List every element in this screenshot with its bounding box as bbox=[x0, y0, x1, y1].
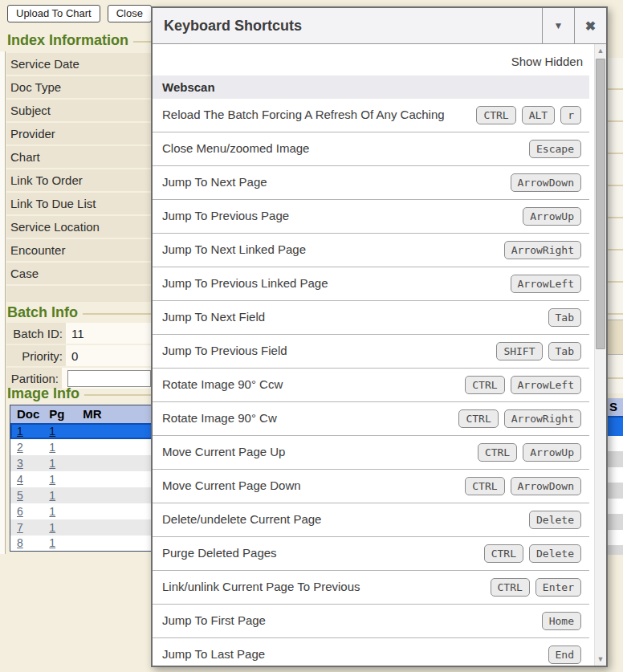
scrollbar-down-icon[interactable]: ▼ bbox=[595, 654, 606, 665]
pg-link[interactable]: 1 bbox=[49, 489, 55, 502]
index-field-row: Encounter bbox=[6, 239, 151, 263]
show-hidden-link[interactable]: Show Hidden bbox=[153, 44, 594, 75]
index-field-row: Service Date bbox=[6, 53, 151, 76]
shortcut-row: Jump To First Page Home bbox=[153, 605, 589, 638]
shortcut-keys: CTRLArrowLeft bbox=[465, 376, 581, 394]
shortcut-row: Rotate Image 90° Cw CTRLArrowRight bbox=[153, 402, 589, 436]
mr-cell bbox=[76, 455, 155, 471]
mr-cell bbox=[76, 503, 155, 519]
key-badge: ArrowUp bbox=[523, 207, 581, 226]
image-table-row[interactable]: 7 1 bbox=[10, 519, 156, 536]
shortcut-row: Rotate Image 90° Ccw CTRLArrowLeft bbox=[153, 369, 589, 402]
index-field-label: Service Date bbox=[10, 57, 79, 71]
shortcut-row: Move Current Page Down CTRLArrowDown bbox=[153, 470, 589, 503]
shortcut-label: Jump To First Page bbox=[162, 613, 275, 629]
shortcut-label: Link/unlink Current Page To Previous bbox=[162, 579, 370, 595]
image-table-row[interactable]: 8 1 bbox=[10, 536, 156, 552]
shortcut-label: Close Menu/zoomed Image bbox=[162, 141, 319, 157]
doc-link[interactable]: 5 bbox=[17, 489, 23, 502]
key-badge: ArrowLeft bbox=[511, 376, 581, 394]
image-table-row[interactable]: 2 1 bbox=[10, 439, 156, 455]
shortcut-label: Jump To Previous Page bbox=[162, 208, 299, 224]
key-badge: ArrowLeft bbox=[511, 275, 581, 293]
doc-link[interactable]: 1 bbox=[17, 425, 23, 438]
key-badge: CTRL bbox=[465, 376, 504, 394]
key-badge: CTRL bbox=[484, 544, 523, 563]
section-header-webscan: Webscan bbox=[153, 75, 589, 99]
shortcut-keys: CTRLALTr bbox=[476, 106, 581, 124]
doc-link[interactable]: 2 bbox=[17, 441, 23, 454]
priority-row: Priority: 0 bbox=[6, 345, 151, 366]
pg-link[interactable]: 1 bbox=[49, 441, 55, 454]
dialog-collapse-button[interactable]: ▼ bbox=[542, 8, 574, 43]
shortcut-keys: CTRLArrowDown bbox=[465, 477, 581, 495]
keyboard-shortcuts-dialog: Keyboard Shortcuts ▼ ✖ Show Hidden Websc… bbox=[151, 6, 608, 667]
index-field-row: Subject bbox=[6, 100, 151, 123]
shortcut-row: Jump To Last Page End bbox=[153, 638, 589, 666]
image-table-row[interactable]: 4 1 bbox=[10, 471, 156, 487]
key-badge: ArrowDown bbox=[511, 477, 581, 495]
upload-to-chart-button[interactable]: Upload To Chart bbox=[7, 5, 100, 22]
shortcut-row: Jump To Previous Page ArrowUp bbox=[153, 200, 589, 234]
dialog-close-button[interactable]: ✖ bbox=[574, 8, 606, 43]
doc-link[interactable]: 6 bbox=[17, 505, 23, 518]
dialog-scrollbar[interactable]: ▲ ▼ bbox=[594, 44, 606, 666]
shortcut-keys: CTRLArrowUp bbox=[478, 443, 581, 462]
key-badge: Enter bbox=[535, 578, 581, 597]
key-badge: CTRL bbox=[465, 477, 504, 495]
shortcut-keys: ArrowDown bbox=[511, 173, 581, 192]
shortcut-label: Move Current Page Up bbox=[162, 444, 295, 460]
pg-link[interactable]: 1 bbox=[49, 536, 55, 549]
shortcut-label: Move Current Page Down bbox=[162, 478, 311, 494]
mr-cell bbox=[76, 519, 155, 536]
partition-input[interactable] bbox=[67, 370, 151, 387]
shortcut-list: Reload The Batch Forcing A Refresh Of An… bbox=[153, 99, 594, 666]
key-badge: Tab bbox=[548, 342, 581, 360]
pg-link[interactable]: 1 bbox=[49, 425, 55, 438]
shortcut-keys: CTRLEnter bbox=[491, 578, 581, 597]
priority-value: 0 bbox=[66, 345, 151, 366]
shortcut-keys: End bbox=[548, 646, 581, 664]
doc-link[interactable]: 8 bbox=[17, 536, 23, 549]
shortcut-keys: CTRLArrowRight bbox=[458, 409, 581, 428]
column-pg: Pg bbox=[43, 405, 76, 423]
scrollbar-up-icon[interactable]: ▲ bbox=[595, 45, 606, 56]
index-field-row: Link To Order bbox=[6, 169, 151, 193]
key-badge: CTRL bbox=[478, 443, 517, 462]
shortcut-keys: Home bbox=[542, 612, 581, 630]
shortcut-keys: ArrowRight bbox=[504, 241, 581, 259]
key-badge: ALT bbox=[522, 106, 555, 124]
shortcut-label: Reload The Batch Forcing A Refresh Of An… bbox=[162, 107, 454, 123]
batch-id-row: Batch ID: 11 bbox=[6, 323, 151, 344]
batch-id-label: Batch ID: bbox=[6, 323, 66, 344]
pg-link[interactable]: 1 bbox=[49, 457, 55, 470]
shortcut-label: Jump To Next Linked Page bbox=[162, 242, 316, 258]
key-badge: CTRL bbox=[491, 578, 530, 597]
top-toolbar: Upload To Chart Close ? bbox=[7, 5, 173, 22]
mr-cell bbox=[76, 423, 155, 439]
key-badge: Delete bbox=[529, 544, 581, 563]
doc-link[interactable]: 7 bbox=[17, 521, 23, 534]
close-button[interactable]: Close bbox=[108, 5, 152, 22]
doc-link[interactable]: 3 bbox=[17, 457, 23, 470]
shortcut-keys: SHIFTTab bbox=[496, 342, 581, 360]
mr-cell bbox=[76, 471, 155, 487]
index-field-label: Doc Type bbox=[10, 80, 61, 94]
image-table-row[interactable]: 1 1 bbox=[10, 423, 156, 439]
shortcut-keys: ArrowUp bbox=[523, 207, 581, 226]
shortcut-row: Jump To Next Page ArrowDown bbox=[153, 166, 589, 200]
image-table-row[interactable]: 5 1 bbox=[10, 487, 156, 503]
image-table-row[interactable]: 3 1 bbox=[10, 455, 156, 471]
dialog-title: Keyboard Shortcuts bbox=[153, 8, 542, 43]
image-table-row[interactable]: 6 1 bbox=[10, 503, 156, 519]
pg-link[interactable]: 1 bbox=[49, 473, 55, 486]
pg-link[interactable]: 1 bbox=[49, 505, 55, 518]
shortcut-row: Reload The Batch Forcing A Refresh Of An… bbox=[153, 99, 589, 132]
key-badge: Delete bbox=[529, 511, 581, 529]
index-information-panel: Service Date Doc Type Subject Provider C… bbox=[6, 53, 151, 302]
doc-link[interactable]: 4 bbox=[17, 473, 23, 486]
pg-link[interactable]: 1 bbox=[49, 521, 55, 534]
sidebar-panel-edge bbox=[0, 51, 6, 554]
scrollbar-thumb[interactable] bbox=[596, 59, 605, 349]
key-badge: Tab bbox=[548, 308, 581, 327]
